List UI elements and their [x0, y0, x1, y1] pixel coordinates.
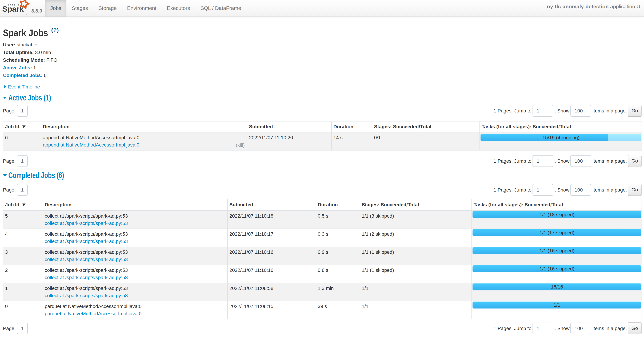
- svg-text:™: ™: [26, 14, 27, 15]
